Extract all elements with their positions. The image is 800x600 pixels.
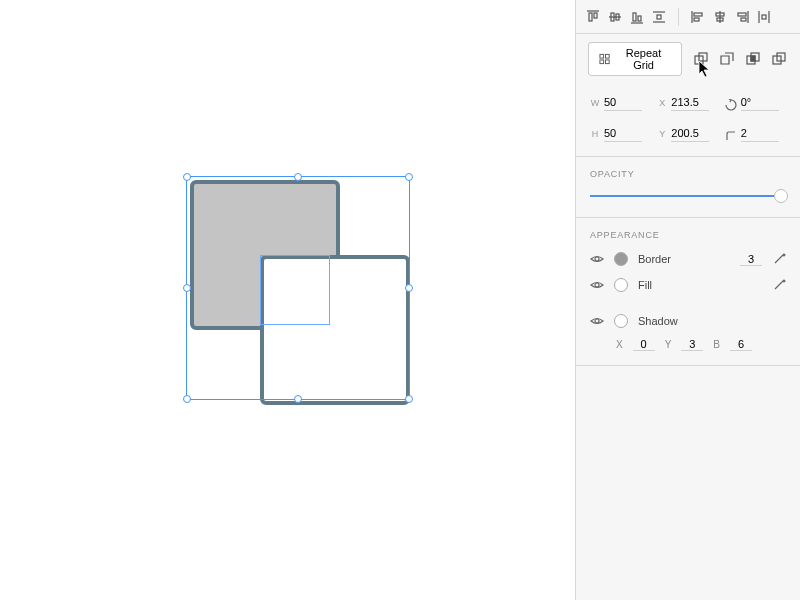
corner-radius-icon <box>725 128 737 140</box>
corner-radius-field[interactable] <box>725 125 786 142</box>
distribute-horizontal-icon[interactable] <box>755 8 773 26</box>
svg-rect-27 <box>605 60 609 64</box>
pathfinder-exclude-icon[interactable] <box>770 50 788 68</box>
transform-section: W X H Y <box>576 84 800 156</box>
rotate-icon <box>725 97 737 109</box>
pathfinder-subtract-icon[interactable] <box>718 50 736 68</box>
align-toolbar <box>576 0 800 34</box>
visibility-toggle-icon[interactable] <box>590 278 604 292</box>
x-field[interactable]: X <box>657 94 718 111</box>
shadow-values: X Y B <box>576 334 800 365</box>
repeat-grid-button[interactable]: Repeat Grid <box>588 42 682 76</box>
visibility-toggle-icon[interactable] <box>590 252 604 266</box>
svg-rect-25 <box>605 54 609 58</box>
fill-color-swatch[interactable] <box>614 278 628 292</box>
width-input[interactable] <box>604 94 642 111</box>
border-width-input[interactable] <box>740 253 762 266</box>
svg-rect-26 <box>600 60 604 64</box>
shadow-x-input[interactable] <box>633 338 655 351</box>
svg-point-36 <box>595 283 599 287</box>
resize-handle[interactable] <box>294 395 302 403</box>
width-field[interactable]: W <box>590 94 651 111</box>
corner-radius-input[interactable] <box>741 125 779 142</box>
border-row: Border <box>576 246 800 272</box>
appearance-section-title: APPEARANCE <box>576 218 800 246</box>
pathfinder-add-icon[interactable] <box>692 50 710 68</box>
separator <box>678 8 679 26</box>
repeat-grid-label: Repeat Grid <box>616 47 671 71</box>
height-field[interactable]: H <box>590 125 651 142</box>
svg-rect-11 <box>657 15 661 19</box>
slider-fill <box>590 195 786 197</box>
svg-point-35 <box>595 257 599 261</box>
y-field[interactable]: Y <box>657 125 718 142</box>
height-input[interactable] <box>604 125 642 142</box>
x-input[interactable] <box>671 94 709 111</box>
resize-handle[interactable] <box>294 173 302 181</box>
x-label: X <box>657 98 667 108</box>
svg-rect-8 <box>638 16 641 21</box>
resize-handle[interactable] <box>405 173 413 181</box>
svg-rect-24 <box>600 54 604 58</box>
y-label: Y <box>657 129 667 139</box>
shadow-label: Shadow <box>638 315 678 327</box>
resize-handle[interactable] <box>405 284 413 292</box>
shadow-color-swatch[interactable] <box>614 314 628 328</box>
svg-rect-19 <box>738 13 746 16</box>
opacity-slider[interactable] <box>590 189 786 203</box>
pathfinder-intersect-icon[interactable] <box>744 50 762 68</box>
resize-handle[interactable] <box>183 173 191 181</box>
svg-rect-20 <box>741 18 746 21</box>
svg-rect-23 <box>762 15 766 19</box>
svg-rect-1 <box>589 13 592 21</box>
shadow-b-input[interactable] <box>730 338 752 351</box>
slider-thumb[interactable] <box>774 189 788 203</box>
align-center-icon[interactable] <box>711 8 729 26</box>
canvas[interactable] <box>0 0 575 600</box>
fill-row: Fill <box>576 272 800 298</box>
resize-handle[interactable] <box>183 395 191 403</box>
svg-rect-2 <box>594 13 597 18</box>
y-input[interactable] <box>671 125 709 142</box>
shadow-y-input[interactable] <box>681 338 703 351</box>
resize-handle[interactable] <box>405 395 413 403</box>
eyedropper-icon[interactable] <box>772 278 786 292</box>
opacity-section-title: OPACITY <box>576 157 800 185</box>
border-color-swatch[interactable] <box>614 252 628 266</box>
align-right-icon[interactable] <box>733 8 751 26</box>
shadow-b-label: B <box>713 339 720 350</box>
distribute-vertical-icon[interactable] <box>650 8 668 26</box>
width-label: W <box>590 98 600 108</box>
inspector-panel: Repeat Grid W X H Y <box>575 0 800 600</box>
svg-rect-32 <box>751 56 755 61</box>
visibility-toggle-icon[interactable] <box>590 314 604 328</box>
repeat-grid-row: Repeat Grid <box>576 34 800 84</box>
shadow-x-label: X <box>616 339 623 350</box>
fill-label: Fill <box>638 279 652 291</box>
svg-rect-7 <box>633 13 636 21</box>
divider <box>576 365 800 366</box>
svg-point-37 <box>595 319 599 323</box>
border-label: Border <box>638 253 671 265</box>
rotation-field[interactable] <box>725 94 786 111</box>
align-bottom-icon[interactable] <box>628 8 646 26</box>
shadow-row: Shadow <box>576 308 800 334</box>
eyedropper-icon[interactable] <box>772 252 786 266</box>
svg-rect-13 <box>694 13 702 16</box>
shadow-y-label: Y <box>665 339 672 350</box>
align-top-icon[interactable] <box>584 8 602 26</box>
height-label: H <box>590 129 600 139</box>
rotation-input[interactable] <box>741 94 779 111</box>
align-middle-icon[interactable] <box>606 8 624 26</box>
resize-handle[interactable] <box>183 284 191 292</box>
selection-bounding-box[interactable] <box>186 176 410 400</box>
svg-rect-14 <box>694 18 699 21</box>
align-left-icon[interactable] <box>689 8 707 26</box>
